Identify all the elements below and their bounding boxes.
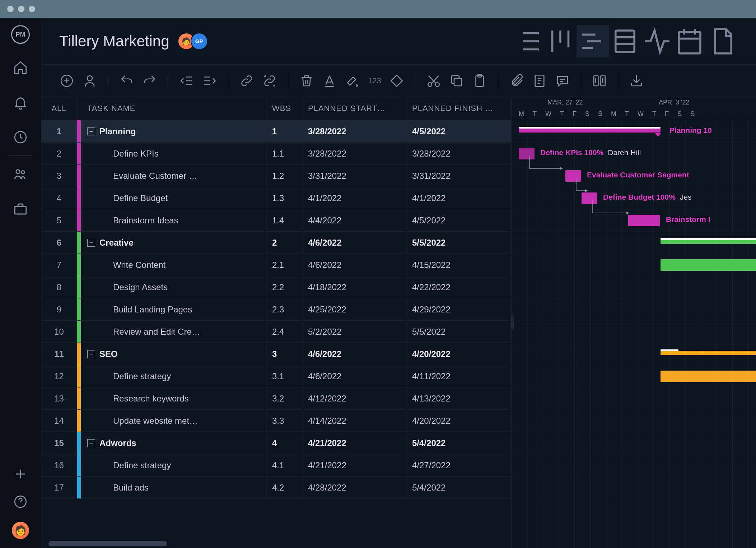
table-row[interactable]: 9Build Landing Pages2.34/25/20224/29/202…: [41, 298, 511, 321]
file-view-icon[interactable]: [706, 25, 738, 57]
finish-cell[interactable]: 5/4/2022: [407, 477, 511, 498]
briefcase-icon[interactable]: [13, 201, 28, 217]
start-cell[interactable]: 4/28/2022: [303, 477, 407, 498]
table-row[interactable]: 6−Creative24/6/20225/5/2022: [41, 232, 511, 254]
task-name-cell[interactable]: Define KPIs: [81, 143, 267, 164]
finish-cell[interactable]: 4/5/2022: [407, 209, 511, 231]
outdent-icon[interactable]: [179, 73, 194, 88]
gantt-bar-write-content[interactable]: [661, 259, 756, 271]
gantt-bar-planning[interactable]: [519, 128, 661, 133]
horizontal-scrollbar[interactable]: [48, 541, 167, 546]
table-row[interactable]: 2Define KPIs1.13/28/20223/28/2022: [41, 143, 511, 165]
member-avatar-2[interactable]: GP: [191, 33, 208, 50]
table-row[interactable]: 12Define strategy3.14/6/20224/11/2022: [41, 365, 511, 387]
app-logo[interactable]: PM: [11, 25, 30, 44]
start-cell[interactable]: 4/6/2022: [303, 254, 407, 276]
task-name-cell[interactable]: Research keywords: [81, 387, 267, 409]
finish-cell[interactable]: 4/13/2022: [407, 387, 511, 409]
start-cell[interactable]: 4/6/2022: [303, 232, 407, 254]
table-row[interactable]: 8Design Assets2.24/18/20224/22/2022: [41, 276, 511, 298]
finish-cell[interactable]: 3/28/2022: [407, 143, 511, 164]
start-cell[interactable]: 4/12/2022: [303, 387, 407, 409]
finish-cell[interactable]: 4/11/2022: [407, 365, 511, 387]
gantt-bar-seo[interactable]: [661, 351, 756, 355]
task-name-cell[interactable]: Design Assets: [81, 276, 267, 298]
link-icon[interactable]: [239, 73, 254, 88]
assign-icon[interactable]: [82, 73, 97, 88]
table-row[interactable]: 16Define strategy4.14/21/20224/27/2022: [41, 454, 511, 477]
finish-cell[interactable]: 4/29/2022: [407, 298, 511, 320]
window-maximize-dot[interactable]: [29, 6, 35, 12]
gantt-bar-seo-strategy[interactable]: [661, 371, 756, 382]
start-cell[interactable]: 4/18/2022: [303, 276, 407, 298]
finish-cell[interactable]: 3/31/2022: [407, 165, 511, 187]
column-header-finish[interactable]: PLANNED FINISH …: [407, 97, 511, 120]
start-cell[interactable]: 3/31/2022: [303, 165, 407, 187]
cut-icon[interactable]: [426, 73, 441, 88]
task-name-cell[interactable]: −Planning: [81, 120, 267, 142]
task-name-cell[interactable]: Review and Edit Cre…: [81, 321, 267, 343]
start-cell[interactable]: 4/21/2022: [303, 454, 407, 476]
user-avatar[interactable]: 🧑: [12, 522, 29, 539]
gantt-bar-creative[interactable]: [661, 240, 756, 244]
clock-icon[interactable]: [13, 130, 28, 145]
finish-cell[interactable]: 4/5/2022: [407, 120, 511, 142]
table-row[interactable]: 15−Adwords44/21/20225/4/2022: [41, 432, 511, 454]
columns-icon[interactable]: [592, 73, 607, 88]
finish-cell[interactable]: 4/20/2022: [407, 410, 511, 432]
sheet-view-icon[interactable]: [609, 25, 641, 57]
list-view-icon[interactable]: [512, 25, 544, 57]
finish-cell[interactable]: 5/5/2022: [407, 321, 511, 343]
finish-cell[interactable]: 4/1/2022: [407, 187, 511, 209]
indent-icon[interactable]: [202, 73, 217, 88]
table-row[interactable]: 11−SEO34/6/20224/20/2022: [41, 343, 511, 365]
copy-icon[interactable]: [449, 73, 464, 88]
help-icon[interactable]: [13, 494, 28, 509]
table-row[interactable]: 7Write Content2.14/6/20224/15/2022: [41, 254, 511, 276]
board-view-icon[interactable]: [544, 25, 577, 57]
window-close-dot[interactable]: [7, 6, 14, 12]
task-name-cell[interactable]: Define strategy: [81, 454, 267, 476]
column-header-name[interactable]: TASK NAME: [81, 97, 267, 120]
task-name-cell[interactable]: Define Budget: [81, 187, 267, 209]
team-icon[interactable]: [13, 167, 28, 182]
table-row[interactable]: 3Evaluate Customer …1.23/31/20223/31/202…: [41, 165, 511, 187]
bell-icon[interactable]: [13, 95, 28, 110]
finish-cell[interactable]: 5/5/2022: [407, 232, 511, 254]
home-icon[interactable]: [13, 60, 28, 75]
undo-icon[interactable]: [119, 73, 134, 88]
clear-format-icon[interactable]: [345, 73, 360, 88]
start-cell[interactable]: 4/6/2022: [303, 365, 407, 387]
add-task-icon[interactable]: [59, 73, 74, 88]
task-name-cell[interactable]: Update website met…: [81, 410, 267, 432]
start-cell[interactable]: 4/4/2022: [303, 209, 407, 231]
unlink-icon[interactable]: [262, 73, 277, 88]
table-row[interactable]: 13Research keywords3.24/12/20224/13/2022: [41, 387, 511, 410]
notes-icon[interactable]: [532, 73, 547, 88]
task-name-cell[interactable]: −Adwords: [81, 432, 267, 454]
collapse-icon[interactable]: −: [87, 439, 95, 447]
start-cell[interactable]: 4/25/2022: [303, 298, 407, 320]
task-name-cell[interactable]: −Creative: [81, 232, 267, 254]
text-format-icon[interactable]: [322, 73, 337, 88]
start-cell[interactable]: 4/1/2022: [303, 187, 407, 209]
column-header-row[interactable]: ALL: [41, 97, 77, 120]
add-icon[interactable]: [13, 466, 28, 482]
start-cell[interactable]: 4/14/2022: [303, 410, 407, 432]
paste-icon[interactable]: [472, 73, 487, 88]
redo-icon[interactable]: [142, 73, 157, 88]
finish-cell[interactable]: 5/4/2022: [407, 432, 511, 454]
task-name-cell[interactable]: −SEO: [81, 343, 267, 365]
column-header-start[interactable]: PLANNED START…: [303, 97, 407, 120]
member-avatars[interactable]: 🧑 GP: [182, 33, 208, 50]
calendar-view-icon[interactable]: [673, 25, 706, 57]
table-row[interactable]: 4Define Budget1.34/1/20224/1/2022: [41, 187, 511, 209]
finish-cell[interactable]: 4/15/2022: [407, 254, 511, 276]
table-row[interactable]: 1−Planning13/28/20224/5/2022: [41, 120, 511, 143]
table-row[interactable]: 14Update website met…3.34/14/20224/20/20…: [41, 410, 511, 432]
attachment-icon[interactable]: [509, 73, 524, 88]
start-cell[interactable]: 5/2/2022: [303, 321, 407, 343]
table-row[interactable]: 5Brainstorm Ideas1.44/4/20224/5/2022: [41, 209, 511, 232]
task-name-cell[interactable]: Write Content: [81, 254, 267, 276]
start-cell[interactable]: 3/28/2022: [303, 143, 407, 164]
